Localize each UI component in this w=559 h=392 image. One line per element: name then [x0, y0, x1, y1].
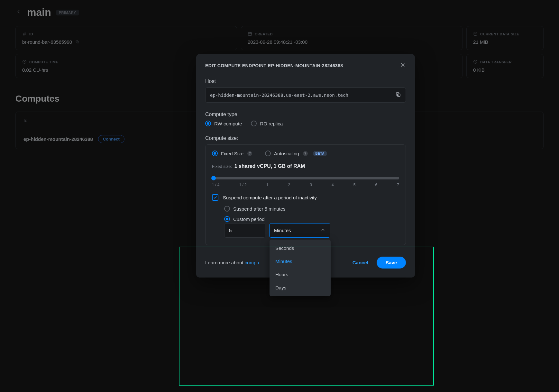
radio-ro-replica[interactable]: RO replica [251, 121, 283, 126]
close-icon[interactable] [399, 62, 406, 69]
fixed-label: Fixed Size [221, 151, 243, 156]
suspend-checkbox[interactable] [212, 194, 218, 201]
unit-dropdown: Seconds Minutes Hours Days [270, 240, 331, 296]
radio-suspend-5min[interactable]: Suspend after 5 minutes [224, 206, 399, 212]
learn-more: Learn more about compu [205, 260, 259, 265]
fixed-prefix: Fixed size: [212, 164, 232, 169]
tick: 2 [288, 183, 290, 187]
unit-select[interactable]: Minutes Seconds Minutes Hours Days [269, 223, 330, 238]
slider-ticks: 1 / 4 1 / 2 1 2 3 4 5 6 7 [212, 183, 399, 187]
suspend-check-label: Suspend compute after a period of inacti… [223, 195, 317, 200]
beta-badge: BETA [313, 151, 327, 156]
learn-prefix: Learn more about [205, 260, 245, 265]
edit-compute-modal: EDIT COMPUTE ENDPOINT EP-HIDDEN-MOUNTAIN… [196, 54, 415, 278]
compute-size-box: Fixed Size ? Autoscaling ? BETA Fixed si… [205, 144, 406, 245]
tick: 5 [353, 183, 356, 187]
tick: 3 [310, 183, 312, 187]
suspend-5-label: Suspend after 5 minutes [233, 206, 286, 212]
tick: 4 [332, 183, 334, 187]
radio-autoscaling[interactable]: Autoscaling ? BETA [265, 150, 327, 156]
ro-label: RO replica [260, 121, 283, 126]
compute-type-label: Compute type [205, 112, 406, 117]
host-value: ep-hidden-mountain-28246388.us-east-2.aw… [210, 93, 348, 98]
help-icon[interactable]: ? [303, 151, 308, 156]
custom-label: Custom period [233, 216, 265, 222]
cancel-button[interactable]: Cancel [351, 260, 370, 266]
unit-option-minutes[interactable]: Minutes [270, 255, 331, 268]
size-slider[interactable]: 1 / 4 1 / 2 1 2 3 4 5 6 7 [212, 175, 399, 187]
rw-label: RW compute [214, 121, 242, 126]
chevron-up-icon [320, 227, 325, 233]
fixed-value: 1 shared vCPU, 1 GB of RAM [234, 163, 305, 169]
tick: 6 [375, 183, 377, 187]
tick: 7 [397, 183, 399, 187]
host-label: Host [205, 78, 406, 84]
modal-title: EDIT COMPUTE ENDPOINT EP-HIDDEN-MOUNTAIN… [205, 63, 343, 68]
unit-option-hours[interactable]: Hours [270, 268, 331, 281]
tick: 1 [266, 183, 269, 187]
slider-thumb[interactable] [211, 176, 216, 180]
unit-option-seconds[interactable]: Seconds [270, 242, 331, 255]
tick: 1 / 4 [212, 183, 219, 187]
save-button[interactable]: Save [377, 257, 406, 269]
radio-custom-period[interactable]: Custom period [224, 216, 399, 222]
help-icon[interactable]: ? [247, 151, 252, 156]
autoscaling-label: Autoscaling [274, 151, 299, 156]
host-field: ep-hidden-mountain-28246388.us-east-2.aw… [205, 87, 406, 103]
compute-size-label: Compute size: [205, 135, 406, 141]
tick: 1 / 2 [239, 183, 246, 187]
radio-rw-compute[interactable]: RW compute [205, 121, 242, 126]
custom-value-input[interactable] [224, 223, 265, 238]
unit-selected: Minutes [274, 228, 291, 233]
copy-host-icon[interactable] [395, 92, 401, 98]
radio-fixed-size[interactable]: Fixed Size ? [212, 150, 252, 156]
unit-option-days[interactable]: Days [270, 281, 331, 294]
learn-link[interactable]: compu [245, 260, 259, 265]
